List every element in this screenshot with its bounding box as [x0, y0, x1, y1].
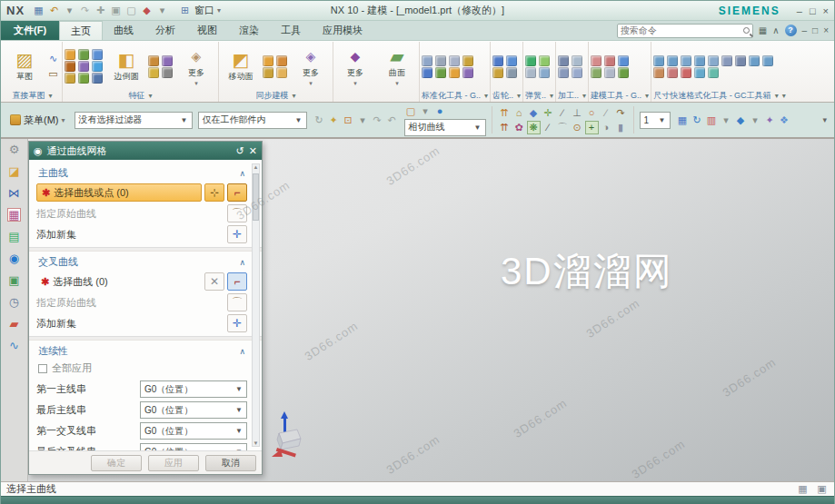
- ribbon-icon[interactable]: [721, 55, 732, 66]
- cut-icon[interactable]: ✚: [94, 4, 107, 17]
- ribbon-icon[interactable]: [694, 55, 705, 66]
- snap-point-on-curve-icon[interactable]: +: [585, 121, 599, 134]
- marquee-select-icon[interactable]: ▢: [404, 104, 418, 118]
- ribbon-icon[interactable]: [572, 55, 582, 66]
- add-new-set-button[interactable]: ✛: [227, 225, 247, 243]
- ribbon-icon[interactable]: [604, 55, 615, 66]
- surface-button[interactable]: ▰ 曲面 ▾: [377, 46, 417, 87]
- ribbon-icon[interactable]: [653, 67, 664, 78]
- ribbon-icon[interactable]: [462, 67, 473, 78]
- ribbon-icon[interactable]: [618, 55, 629, 66]
- ribbon-icon[interactable]: [558, 55, 569, 66]
- apply-button[interactable]: 应用: [148, 455, 199, 471]
- group-dialog-arrow-icon[interactable]: ▾: [517, 92, 521, 100]
- group-dialog-arrow-icon[interactable]: ▾: [484, 92, 488, 100]
- snap-arc-center-icon[interactable]: ⌒: [556, 121, 570, 134]
- paste-icon[interactable]: ▢: [124, 4, 138, 17]
- curve-select-button[interactable]: ⌐: [227, 183, 247, 202]
- search-input[interactable]: [621, 25, 743, 35]
- scroll-down-icon[interactable]: ▼: [253, 440, 259, 446]
- feature-more-button[interactable]: ◈ 更多 ▾: [176, 46, 216, 87]
- minimize-button[interactable]: –: [797, 5, 802, 16]
- ribbon-icon[interactable]: [148, 67, 159, 78]
- move-face-button[interactable]: ◩ 移动面: [221, 50, 261, 83]
- origin-curve-button[interactable]: ⌒: [227, 204, 247, 222]
- group-dialog-arrow-icon[interactable]: ▾: [775, 92, 779, 100]
- tab-render[interactable]: 渲染: [228, 21, 270, 40]
- doc-minimize-icon[interactable]: –: [802, 25, 808, 35]
- grid-arrow-icon[interactable]: ▾: [720, 114, 733, 127]
- undo-icon[interactable]: ↶: [47, 4, 61, 17]
- ribbon-icon[interactable]: [162, 55, 173, 66]
- ribbon-icon[interactable]: [539, 67, 550, 78]
- ribbon-icon[interactable]: [539, 55, 550, 66]
- ribbon-icon[interactable]: [78, 49, 89, 60]
- window-layout-icon[interactable]: ▦: [676, 114, 690, 127]
- snap-pole-icon[interactable]: ✿: [512, 121, 526, 134]
- snap-midpoint-icon[interactable]: ◆: [527, 106, 541, 120]
- orient-arrow-icon[interactable]: ▾: [749, 114, 762, 127]
- edge-blend-button[interactable]: ◧ 边倒圆: [106, 50, 146, 83]
- ribbon-icon[interactable]: [435, 67, 446, 78]
- ribbon-icon[interactable]: [653, 55, 664, 66]
- ribbon-icon[interactable]: [591, 55, 601, 66]
- ribbon-icon[interactable]: [618, 67, 629, 78]
- refresh-view-icon[interactable]: ↻: [691, 114, 704, 127]
- ribbon-icon[interactable]: [263, 67, 273, 78]
- history-icon[interactable]: ◷: [7, 295, 21, 309]
- tab-home[interactable]: 主页: [59, 21, 103, 40]
- ribbon-icon[interactable]: [492, 55, 503, 66]
- ribbon-icon[interactable]: [92, 49, 103, 60]
- cross-curves-section-header[interactable]: 交叉曲线 ∧: [38, 255, 245, 269]
- snap-existing-point-icon[interactable]: ❋: [527, 121, 541, 134]
- add-new-set-button[interactable]: ✛: [227, 314, 247, 332]
- ribbon-icon[interactable]: [558, 67, 569, 78]
- collapse-icon[interactable]: ∧: [239, 347, 245, 356]
- help-icon[interactable]: ?: [785, 25, 797, 36]
- ribbon-icon[interactable]: [591, 67, 601, 78]
- last-cross-string-dropdown[interactable]: G0（位置）▼: [140, 443, 247, 450]
- group-dialog-arrow-icon[interactable]: ▾: [582, 92, 586, 100]
- doc-restore-icon[interactable]: □: [812, 25, 818, 35]
- touch-mode-icon[interactable]: ◆: [140, 4, 154, 17]
- group-dialog-arrow-icon[interactable]: ▾: [148, 92, 152, 100]
- point-constructor-button[interactable]: ⊹: [204, 183, 224, 202]
- tab-tools[interactable]: 工具: [270, 21, 312, 40]
- command-search[interactable]: [617, 24, 753, 38]
- ribbon-icon[interactable]: [449, 67, 460, 78]
- snap-two-points-icon[interactable]: ⇈: [498, 106, 512, 120]
- ribbon-icon[interactable]: [462, 55, 473, 66]
- ribbon-icon[interactable]: [667, 55, 678, 66]
- ribbon-icon[interactable]: [422, 67, 432, 78]
- ribbon-icon[interactable]: [92, 61, 103, 72]
- orient-view-icon[interactable]: ◆: [734, 114, 748, 127]
- ribbon-icon[interactable]: [148, 55, 159, 66]
- command-finder-icon[interactable]: ▦: [759, 25, 767, 35]
- dialog-scrollbar[interactable]: ▲ ▼: [252, 163, 260, 447]
- snap-endpoint-icon[interactable]: ⇈: [498, 121, 512, 134]
- ribbon-icon[interactable]: [92, 73, 103, 84]
- select-curve-field[interactable]: ✱ 选择曲线 (0): [36, 272, 202, 291]
- ribbon-icon[interactable]: [506, 55, 517, 66]
- selection-filter-dropdown[interactable]: 没有选择过滤器▼: [75, 112, 193, 129]
- continuity-section-header[interactable]: 连续性 ∧: [38, 344, 245, 358]
- ribbon-icon[interactable]: [263, 55, 273, 66]
- group-dialog-arrow-icon[interactable]: ▾: [645, 92, 649, 100]
- render-style-icon[interactable]: ✦: [763, 114, 777, 127]
- ribbon-icon[interactable]: [667, 67, 678, 78]
- ribbon-icon[interactable]: [276, 67, 287, 78]
- ribbon-icon[interactable]: [65, 73, 75, 84]
- collapse-icon[interactable]: ∧: [239, 258, 245, 267]
- rectangle-icon[interactable]: ▭: [46, 67, 60, 81]
- gear-icon[interactable]: ⚙: [7, 143, 21, 156]
- touch-menu-arrow-icon[interactable]: ▾: [155, 4, 169, 17]
- ribbon-icon[interactable]: [435, 55, 446, 66]
- part-navigator-icon[interactable]: ▦: [7, 208, 21, 222]
- visual-reports-icon[interactable]: ▣: [7, 273, 21, 287]
- ribbon-icon[interactable]: [525, 55, 536, 66]
- marquee-arrow-icon[interactable]: ▾: [419, 104, 432, 118]
- ribbon-icon[interactable]: [762, 55, 773, 66]
- minimize-ribbon-icon[interactable]: ∧: [772, 25, 779, 35]
- snap-segment-icon[interactable]: ∕: [542, 121, 555, 134]
- work-view-icon[interactable]: ▣: [815, 482, 829, 496]
